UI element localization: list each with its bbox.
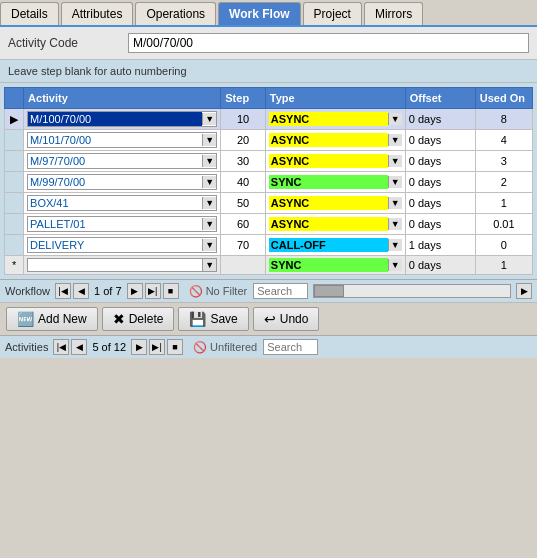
type-cell: ASYNC ▼ [265, 109, 405, 130]
bottom-nav-stop-btn[interactable]: ■ [167, 339, 183, 355]
activity-dropdown-arrow[interactable]: ▼ [202, 155, 216, 167]
save-icon: 💾 [189, 311, 206, 327]
activity-code-input[interactable] [128, 33, 529, 53]
tab-mirrors[interactable]: Mirrors [364, 2, 423, 25]
row-indicator [5, 172, 24, 193]
type-dropdown-arrow[interactable]: ▼ [388, 197, 402, 209]
type-dropdown-arrow[interactable]: ▼ [388, 155, 402, 167]
type-dropdown-arrow[interactable]: ▼ [388, 239, 402, 251]
activity-value[interactable]: M/101/70/00 [28, 133, 202, 147]
type-cell: SYNC ▼ [265, 172, 405, 193]
activity-dropdown-arrow[interactable]: ▼ [202, 176, 216, 188]
type-dropdown-arrow[interactable]: ▼ [388, 218, 402, 230]
bottom-nav-page: 5 of 12 [92, 341, 126, 353]
activity-dropdown-arrow[interactable]: ▼ [202, 134, 216, 146]
activity-dropdown-arrow[interactable]: ▼ [202, 197, 216, 209]
activity-dropdown-arrow[interactable]: ▼ [202, 218, 216, 230]
table-row[interactable]: M/101/70/00 ▼ 20 ASYNC ▼ 0 days4 [5, 130, 533, 151]
offset-cell: 0 days [405, 109, 475, 130]
workflow-nav-bar: Workflow |◀ ◀ 1 of 7 ▶ ▶| ■ 🚫 No Filter … [0, 279, 537, 302]
type-value[interactable]: ASYNC [269, 196, 388, 210]
tab-details[interactable]: Details [0, 2, 59, 25]
nav-search-input[interactable] [253, 283, 308, 299]
activity-value[interactable]: DELIVERY [28, 238, 202, 252]
nav-scrollbar[interactable] [313, 284, 511, 298]
activity-cell: M/100/70/00 ▼ [24, 109, 221, 130]
nav-last-btn[interactable]: ▶| [145, 283, 161, 299]
table-row[interactable]: PALLET/01 ▼ 60 ASYNC ▼ 0 days0.01 [5, 214, 533, 235]
delete-button[interactable]: ✖ Delete [102, 307, 175, 331]
type-cell: ASYNC ▼ [265, 193, 405, 214]
delete-icon: ✖ [113, 311, 125, 327]
table-row[interactable]: BOX/41 ▼ 50 ASYNC ▼ 0 days1 [5, 193, 533, 214]
type-value[interactable]: ASYNC [269, 112, 388, 126]
tab-bar: Details Attributes Operations Work Flow … [0, 0, 537, 27]
table-row[interactable]: DELIVERY ▼ 70 CALL-OFF ▼ 1 days0 [5, 235, 533, 256]
bottom-nav-last-btn[interactable]: ▶| [149, 339, 165, 355]
bottom-nav-search-input[interactable] [263, 339, 318, 355]
bottom-nav-first-btn[interactable]: |◀ [53, 339, 69, 355]
new-table-row[interactable]: * ▼ SYNC ▼ 0 days1 [5, 256, 533, 275]
type-dropdown-arrow[interactable]: ▼ [388, 113, 402, 125]
type-value[interactable]: ASYNC [269, 133, 388, 147]
col-offset: Offset [405, 88, 475, 109]
activity-value[interactable]: M/99/70/00 [28, 175, 202, 189]
nav-scrollbar-thumb [314, 285, 344, 297]
nav-scroll-right-btn[interactable]: ▶ [516, 283, 532, 299]
nav-stop-btn[interactable]: ■ [163, 283, 179, 299]
col-usedon: Used On [475, 88, 532, 109]
bottom-nav-next-btn[interactable]: ▶ [131, 339, 147, 355]
row-indicator [5, 151, 24, 172]
offset-cell: 1 days [405, 235, 475, 256]
table-row[interactable]: M/99/70/00 ▼ 40 SYNC ▼ 0 days2 [5, 172, 533, 193]
type-value[interactable]: ASYNC [269, 217, 388, 231]
nav-prev-btn[interactable]: ◀ [73, 283, 89, 299]
tab-project[interactable]: Project [303, 2, 362, 25]
type-value[interactable]: CALL-OFF [269, 238, 388, 252]
tab-workflow[interactable]: Work Flow [218, 2, 300, 25]
activity-value[interactable]: PALLET/01 [28, 217, 202, 231]
step-cell: 70 [221, 235, 266, 256]
activity-dropdown-arrow[interactable]: ▼ [202, 239, 216, 251]
activity-dropdown-arrow[interactable]: ▼ [202, 113, 216, 125]
row-indicator [5, 214, 24, 235]
nav-next-btn[interactable]: ▶ [127, 283, 143, 299]
data-table: Activity Step Type Offset Used On ▶ M/10… [4, 87, 533, 275]
table-row[interactable]: M/97/70/00 ▼ 30 ASYNC ▼ 0 days3 [5, 151, 533, 172]
row-indicator [5, 193, 24, 214]
row-indicator: ▶ [5, 109, 24, 130]
new-activity-cell[interactable]: ▼ [24, 256, 221, 275]
offset-cell: 0 days [405, 172, 475, 193]
activity-code-label: Activity Code [8, 36, 128, 50]
type-value[interactable]: ASYNC [269, 154, 388, 168]
activity-code-row: Activity Code [0, 27, 537, 60]
new-activity-dropdown-arrow[interactable]: ▼ [202, 259, 216, 271]
nav-filter: 🚫 No Filter [189, 285, 248, 298]
undo-button[interactable]: ↩ Undo [253, 307, 320, 331]
new-type-cell: SYNC ▼ [265, 256, 405, 275]
step-cell: 20 [221, 130, 266, 151]
nav-first-btn[interactable]: |◀ [55, 283, 71, 299]
col-indicator [5, 88, 24, 109]
table-row[interactable]: ▶ M/100/70/00 ▼ 10 ASYNC ▼ 0 days8 [5, 109, 533, 130]
tab-operations[interactable]: Operations [135, 2, 216, 25]
activity-value[interactable]: BOX/41 [28, 196, 202, 210]
new-step-cell[interactable] [221, 256, 266, 275]
tab-attributes[interactable]: Attributes [61, 2, 134, 25]
type-dropdown-arrow[interactable]: ▼ [388, 176, 402, 188]
type-dropdown-arrow[interactable]: ▼ [388, 134, 402, 146]
new-type-value[interactable]: SYNC [269, 258, 388, 272]
activity-value[interactable]: M/97/70/00 [28, 154, 202, 168]
offset-cell: 0 days [405, 130, 475, 151]
bottom-nav-prev-btn[interactable]: ◀ [71, 339, 87, 355]
save-button[interactable]: 💾 Save [178, 307, 248, 331]
type-value[interactable]: SYNC [269, 175, 388, 189]
activity-value[interactable]: M/100/70/00 [28, 112, 202, 126]
activity-cell: M/99/70/00 ▼ [24, 172, 221, 193]
add-new-button[interactable]: 🆕 Add New [6, 307, 98, 331]
new-type-dropdown-arrow[interactable]: ▼ [388, 259, 402, 271]
step-cell: 10 [221, 109, 266, 130]
step-cell: 40 [221, 172, 266, 193]
new-activity-value[interactable] [28, 264, 202, 266]
nav-page: 1 of 7 [94, 285, 122, 297]
